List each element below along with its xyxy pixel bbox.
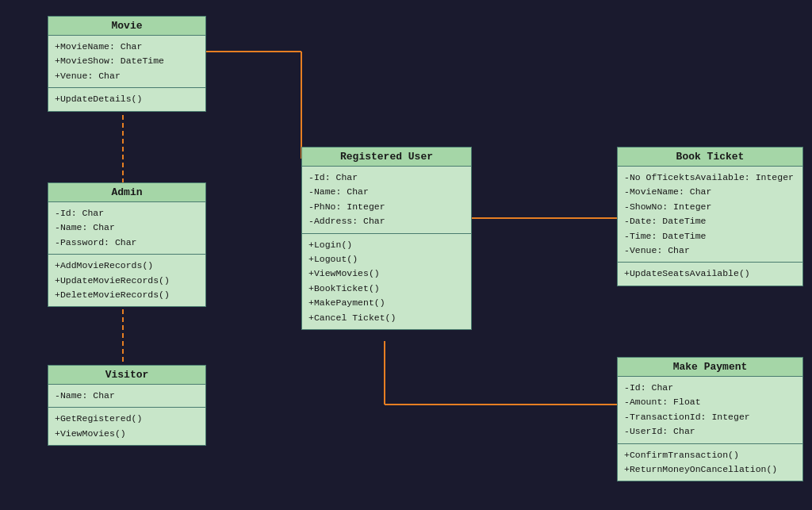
class-visitor-title: Visitor: [48, 366, 205, 385]
class-book-ticket-attributes: -No OfTicektsAvailable: Integer -MovieNa…: [618, 167, 802, 263]
class-visitor: Visitor -Name: Char +GetRegistered() +Vi…: [48, 365, 206, 446]
class-visitor-methods: +GetRegistered() +ViewMovies(): [48, 408, 205, 445]
class-registered-user-title: Registered User: [302, 148, 471, 167]
diagram-container: Movie +MovieName: Char +MovieShow: DateT…: [0, 0, 812, 510]
class-visitor-attributes: -Name: Char: [48, 385, 205, 408]
class-book-ticket-methods: +UpdateSeatsAvailable(): [618, 263, 802, 285]
class-make-payment-methods: +ConfirmTransaction() +ReturnMoneyOnCanc…: [618, 444, 802, 481]
class-movie: Movie +MovieName: Char +MovieShow: DateT…: [48, 16, 206, 112]
class-movie-title: Movie: [48, 17, 205, 36]
class-make-payment-attributes: -Id: Char -Amount: Float -TransactionId:…: [618, 377, 802, 444]
class-admin: Admin -Id: Char -Name: Char -Password: C…: [48, 182, 206, 307]
class-admin-methods: +AddMovieRecords() +UpdateMovieRecords()…: [48, 255, 205, 306]
class-make-payment: Make Payment -Id: Char -Amount: Float -T…: [617, 357, 803, 481]
class-admin-attributes: -Id: Char -Name: Char -Password: Char: [48, 202, 205, 255]
class-registered-user-methods: +Login() +Logout() +ViewMovies() +BookTi…: [302, 234, 471, 329]
class-admin-title: Admin: [48, 183, 205, 202]
class-registered-user-attributes: -Id: Char -Name: Char -PhNo: Integer -Ad…: [302, 167, 471, 234]
class-movie-attributes: +MovieName: Char +MovieShow: DateTime +V…: [48, 36, 205, 88]
class-book-ticket: Book Ticket -No OfTicektsAvailable: Inte…: [617, 147, 803, 286]
class-make-payment-title: Make Payment: [618, 358, 802, 377]
class-book-ticket-title: Book Ticket: [618, 148, 802, 167]
class-movie-methods: +UpdateDetails(): [48, 88, 205, 110]
class-registered-user: Registered User -Id: Char -Name: Char -P…: [301, 147, 472, 330]
